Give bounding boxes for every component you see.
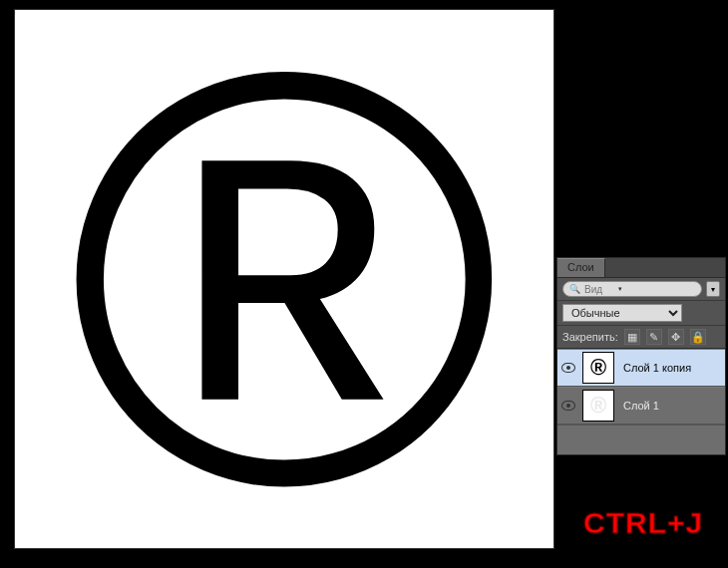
eye-icon	[561, 401, 575, 411]
canvas[interactable]: ®	[15, 10, 553, 548]
layers-panel: Слои 🔍 ▾ ▾ Обычные Закрепить: ▦ ✎ ✥ 🔒 ® …	[556, 257, 726, 455]
layer-row[interactable]: ® Слой 1 копия	[557, 349, 725, 387]
layer-thumbnail[interactable]: ®	[583, 353, 613, 383]
eye-icon	[561, 363, 575, 373]
layer-name[interactable]: Слой 1 копия	[623, 362, 691, 374]
search-icon: 🔍	[569, 284, 580, 294]
search-input[interactable]	[584, 284, 614, 295]
layer-name[interactable]: Слой 1	[623, 400, 659, 412]
search-box: 🔍 ▾	[562, 281, 702, 297]
lock-icons: ▦ ✎ ✥ 🔒	[624, 329, 706, 345]
shortcut-annotation: CTRL+J	[583, 506, 703, 540]
lock-brush-icon[interactable]: ✎	[646, 329, 662, 345]
panel-tab-bar: Слои	[557, 258, 725, 278]
visibility-toggle[interactable]	[557, 401, 579, 411]
layers-empty-area[interactable]	[557, 425, 725, 454]
chevron-down-icon[interactable]: ▾	[618, 285, 622, 293]
lock-move-icon[interactable]: ✥	[668, 329, 684, 345]
layers-list: ® Слой 1 копия ® Слой 1	[557, 349, 725, 454]
lock-all-icon[interactable]: 🔒	[690, 329, 706, 345]
visibility-toggle[interactable]	[557, 363, 579, 373]
lock-pixels-icon[interactable]: ▦	[624, 329, 640, 345]
blend-mode-row: Обычные	[557, 301, 725, 326]
layer-filter-row: 🔍 ▾ ▾	[557, 278, 725, 301]
layer-row[interactable]: ® Слой 1	[557, 387, 725, 425]
filter-dropdown-button[interactable]: ▾	[706, 281, 720, 297]
blend-mode-select[interactable]: Обычные	[562, 304, 682, 322]
lock-label: Закрепить:	[562, 331, 618, 343]
chevron-down-icon: ▾	[711, 285, 715, 294]
layer-thumbnail[interactable]: ®	[583, 391, 613, 421]
tab-layers[interactable]: Слои	[557, 258, 605, 277]
lock-row: Закрепить: ▦ ✎ ✥ 🔒	[557, 326, 725, 349]
registered-symbol: ®	[68, 0, 502, 568]
